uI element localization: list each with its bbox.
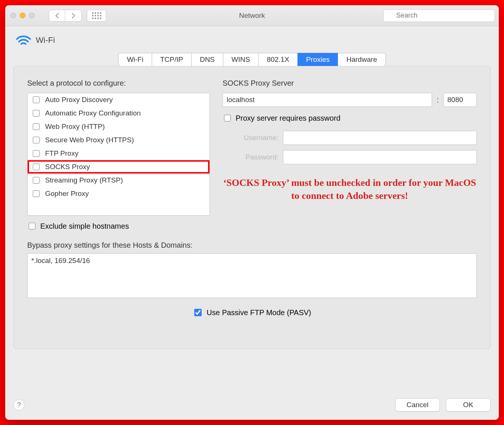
protocol-checkbox[interactable] [33,177,40,184]
chevron-right-icon [71,13,76,19]
username-input[interactable] [283,131,477,145]
protocol-label: FTP Proxy [45,149,78,158]
search-input[interactable] [383,9,495,22]
protocol-checkbox[interactable] [33,164,40,170]
window-toolbar: Network [5,5,499,26]
window-title: Network [239,12,265,20]
tab-wi-fi[interactable]: Wi-Fi [118,53,152,66]
minimize-button[interactable] [20,13,25,18]
tab-wins[interactable]: WINS [223,53,259,66]
help-button[interactable]: ? [13,399,25,410]
protocol-checkbox[interactable] [33,123,40,130]
tab-802-1x[interactable]: 802.1X [258,53,298,66]
proxy-host-input[interactable] [223,93,432,107]
protocol-label: Streaming Proxy (RTSP) [45,176,123,184]
protocol-label: Gopher Proxy [45,190,89,198]
panel-title: Wi-Fi [36,35,55,45]
requires-password-label: Proxy server requires password [236,114,340,123]
protocol-item[interactable]: Auto Proxy Discovery [28,93,210,107]
protocol-label: Secure Web Proxy (HTTPS) [45,136,134,144]
protocol-select-label: Select a protocol to configure: [27,79,210,88]
wifi-icon [16,34,31,46]
password-input[interactable] [283,150,477,164]
cancel-button[interactable]: Cancel [395,398,440,412]
window-content: Wi-Fi Wi-FiTCP/IPDNSWINS802.1XProxiesHar… [5,26,499,420]
proxy-server-label: SOCKS Proxy Server [223,79,477,88]
tab-proxies[interactable]: Proxies [297,53,338,66]
protocol-item[interactable]: Web Proxy (HTTP) [28,120,210,133]
exclude-simple-checkbox[interactable] [29,223,35,229]
proxy-port-input[interactable] [443,93,477,107]
protocol-item[interactable]: FTP Proxy [28,147,210,160]
bypass-textarea[interactable] [27,253,477,298]
traffic-lights [10,13,35,18]
forward-button[interactable] [65,10,82,22]
protocol-checkbox[interactable] [33,190,40,197]
protocol-item[interactable]: Automatic Proxy Configuration [28,107,210,120]
grid-icon [92,12,101,19]
tab-tcp-ip[interactable]: TCP/IP [152,53,192,66]
protocol-checkbox[interactable] [33,96,40,103]
chevron-left-icon [55,13,59,19]
bypass-label: Bypass proxy settings for these Hosts & … [27,241,477,250]
proxies-panel: Select a protocol to configure: Auto Pro… [13,66,491,349]
tab-dns[interactable]: DNS [191,53,223,66]
protocol-item[interactable]: Secure Web Proxy (HTTPS) [28,133,210,147]
protocol-label: Auto Proxy Discovery [45,96,113,104]
tab-hardware[interactable]: Hardware [338,53,385,66]
requires-password-checkbox[interactable] [224,115,231,121]
pasv-label: Use Passive FTP Mode (PASV) [207,308,311,317]
close-button[interactable] [10,13,16,18]
zoom-button[interactable] [29,13,35,18]
host-port-separator: : [437,96,439,104]
protocol-checkbox[interactable] [33,150,40,157]
tab-bar: Wi-FiTCP/IPDNSWINS802.1XProxiesHardware [13,53,491,66]
protocol-label: Automatic Proxy Configuration [45,109,141,117]
protocol-item[interactable]: SOCKS Proxy [28,160,210,174]
protocol-list[interactable]: Auto Proxy DiscoveryAutomatic Proxy Conf… [27,93,210,216]
ok-button[interactable]: OK [446,398,491,412]
password-label: Password: [223,153,278,161]
pasv-checkbox[interactable] [194,309,202,316]
back-button[interactable] [49,10,65,22]
protocol-item[interactable]: Gopher Proxy [28,187,210,200]
username-label: Username: [223,134,278,142]
preferences-window: Network Wi- [5,5,499,420]
protocol-item[interactable]: Streaming Proxy (RTSP) [28,174,210,187]
protocol-checkbox[interactable] [33,137,40,143]
protocol-checkbox[interactable] [33,110,40,117]
show-all-button[interactable] [87,10,106,22]
protocol-label: Web Proxy (HTTP) [45,123,105,131]
annotation-text: ‘SOCKS Proxy’ must be unchecked in order… [223,176,477,202]
exclude-simple-label: Exclude simple hostnames [40,222,129,231]
protocol-label: SOCKS Proxy [45,163,90,171]
